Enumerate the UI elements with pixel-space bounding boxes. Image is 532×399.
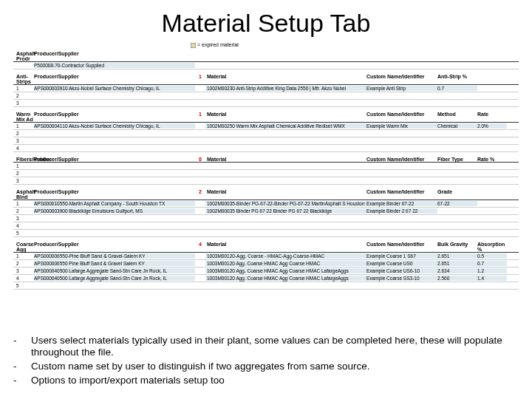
col-producer: Producer/Supplier [34, 74, 195, 84]
bullet-dash: - [13, 375, 31, 387]
cell-b[interactable]: 2.0% [477, 123, 507, 129]
col-material [205, 51, 366, 61]
col-b: Rate [477, 112, 507, 122]
cell-material[interactable]: 1003M00120 Agg. Coarse HMAC Agg Coarse H… [205, 268, 366, 273]
col-material: Material [205, 242, 366, 252]
row-index: 2 [13, 93, 34, 98]
section-name: Warm Mix Ad [13, 112, 34, 122]
section-name: Coarse Agg [13, 242, 34, 252]
bullet-text: Users select materials typically used in… [31, 335, 519, 360]
cell-a[interactable]: 0.7 [437, 86, 477, 91]
row-index: 1 [13, 86, 34, 91]
row-index: 4 [13, 146, 34, 151]
cell-producer[interactable]: APS000003910 Akzo-Nobel Surface Chemistr… [34, 86, 195, 91]
col-custom: Custom Name/Identifier [366, 112, 437, 122]
cell-custom[interactable]: Example Warm Mix [366, 123, 437, 129]
row-index: 1 [13, 201, 34, 206]
cell-b[interactable]: 0.5 [477, 253, 507, 259]
col-custom: Custom Name/Identifier [366, 242, 437, 252]
col-material: Material [205, 157, 366, 162]
count-badge: 1 [195, 112, 205, 122]
cell-a[interactable]: 2.634 [437, 268, 477, 273]
cell[interactable]: P500008-70-Contractor Supplied [34, 63, 195, 68]
col-a: Anti-Strip % [437, 74, 477, 84]
row-index: 1 [13, 163, 34, 168]
row-index: 4 [13, 276, 34, 281]
col-custom [366, 51, 437, 61]
cell-material[interactable]: 1002M00250 Warm Mix Asphalt Chemical Add… [205, 123, 366, 129]
cell-producer[interactable]: APS000040500 Lafarge Aggregate Sand-Stn … [34, 268, 195, 273]
col-b [477, 189, 507, 200]
col-producer: Producer/Supplier [34, 157, 195, 162]
row-index: 3 [13, 216, 34, 221]
col-material: Material [205, 189, 366, 200]
cell-material[interactable]: 1002M00035 Binder PG 67 22 Binder PG 67 … [205, 208, 366, 214]
cell-producer[interactable]: APS000006550-Pine Bluff Sand & Gravel-Sa… [34, 253, 195, 259]
bullet-dash: - [13, 335, 31, 360]
col-custom: Custom Name/Identifier [366, 157, 437, 162]
count-badge: 2 [195, 189, 205, 200]
count-badge: 4 [195, 242, 205, 252]
legend: = expired material [191, 42, 519, 48]
row-index: 2 [13, 171, 34, 176]
bullet-text: Custom name set by user to distinguish i… [31, 361, 519, 373]
cell-a[interactable]: 67-22 [437, 201, 477, 206]
cell-material[interactable]: 1003M00120 Agg. Coarse HMAC Agg Coarse H… [205, 276, 366, 281]
cell-b[interactable]: 0.7 [477, 261, 507, 266]
cell-producer[interactable]: APS000004110 Akzo-Nobel Surface Chemistr… [34, 123, 195, 129]
cell-producer[interactable]: APS000003900 Blacklidge Emulsions Gulfpo… [34, 208, 195, 214]
cell-a[interactable]: 2.651 [437, 261, 477, 266]
cell-material[interactable]: 1003M00120 Agg. Coarse HMAC Agg Coarse H… [205, 261, 366, 266]
bullet-text: Options to import/export materials setup… [31, 375, 519, 387]
row-index: 2 [13, 261, 34, 266]
row-index: 4 [13, 223, 34, 228]
cell-b[interactable]: 1.4 [477, 276, 507, 281]
cell-custom[interactable]: Example Anti Strip [366, 86, 437, 91]
section-name: Anti-Strips [13, 74, 34, 84]
cell-a[interactable]: Chemical [437, 123, 477, 129]
row-index: 3 [13, 178, 34, 183]
cell-producer[interactable]: APS000006550 Pine Bluff Sand & Gravel Sa… [34, 261, 195, 266]
col-material: Material [205, 112, 366, 122]
col-b [477, 74, 507, 84]
count-badge [195, 51, 205, 61]
cell-custom[interactable]: Example Coarse 1 S67 [366, 253, 437, 259]
row-index: 3 [13, 100, 34, 106]
section-name: Asphalt Bind [13, 189, 34, 200]
col-a: Method [437, 112, 477, 122]
cell-custom[interactable]: Example Binder 2 67 22 [366, 208, 437, 214]
count-badge: 0 [195, 157, 205, 162]
row-index: 1 [13, 253, 34, 259]
col-producer: Producer/Supplier [34, 189, 195, 200]
cell-b[interactable]: 1.2 [477, 268, 507, 273]
cell-a[interactable]: 2.651 [437, 253, 477, 259]
col-material: Material [205, 74, 366, 84]
col-b: Rate % [477, 157, 507, 162]
col-a: Bulk Gravity [437, 242, 477, 252]
row-index: 5 [13, 283, 34, 288]
cell-material[interactable]: 1002M00035-Binder PG-67-22-Binder PG-67-… [205, 201, 366, 206]
count-badge: 1 [195, 74, 205, 84]
cell-custom[interactable]: Example Coarse US6-10 [366, 268, 437, 273]
row-index: 1 [13, 123, 34, 129]
cell-material[interactable]: 1003M00120-Agg. Coarse - HMAC-Agg-Coarse… [205, 253, 366, 259]
slide-title: Material Setup Tab [13, 9, 519, 38]
cell-custom[interactable]: Example Coarse SS3-10 [366, 276, 437, 281]
row-index: 2 [13, 208, 34, 214]
col-a: Grade [437, 189, 477, 200]
cell-a[interactable]: 2.560 [437, 276, 477, 281]
cell-custom[interactable]: Example Binder 67-22 [366, 201, 437, 206]
col-producer: Producer/Supplier [34, 242, 195, 252]
row-index: 5 [13, 231, 34, 236]
cell-custom[interactable]: Example Coarse US6 [366, 261, 437, 266]
row-index: 3 [13, 268, 34, 273]
section-name: Asphalt Prodr [13, 51, 34, 61]
bullet-list: -Users select materials typically used i… [13, 335, 519, 389]
cell-producer[interactable]: APS000010550-Martin Asphalt Company - So… [34, 201, 195, 206]
cell-material[interactable]: 1002M00230 Anti-Strip Additive King Data… [205, 86, 366, 91]
row-index: 3 [13, 138, 34, 143]
col-custom: Custom Name/Identifier [366, 74, 437, 84]
cell-producer[interactable]: APS000040500 Lafarge Aggregate Sand-Stn … [34, 276, 195, 281]
bullet-dash: - [13, 361, 31, 373]
col-a [437, 51, 477, 61]
